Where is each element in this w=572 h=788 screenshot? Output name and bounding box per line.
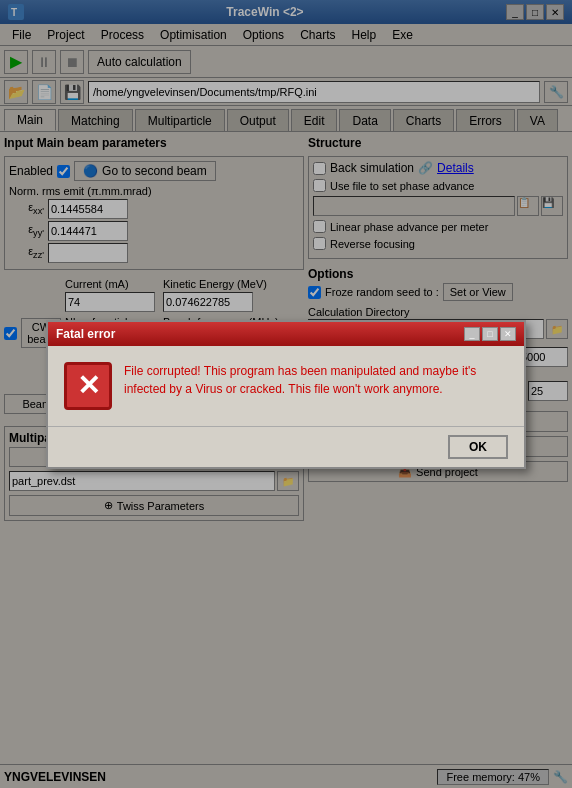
modal-footer: OK [48,426,524,467]
modal-maximize[interactable]: □ [482,327,498,341]
ok-button[interactable]: OK [448,435,508,459]
error-icon: ✕ [64,362,112,410]
modal-title: Fatal error [56,327,115,341]
modal-overlay: Fatal error _ □ ✕ ✕ File corrupted! This… [0,0,572,788]
modal-message: File corrupted! This program has been ma… [124,362,508,398]
modal-close[interactable]: ✕ [500,327,516,341]
modal-minimize[interactable]: _ [464,327,480,341]
fatal-error-dialog: Fatal error _ □ ✕ ✕ File corrupted! This… [46,320,526,469]
modal-message-text: File corrupted! This program has been ma… [124,364,476,396]
modal-title-bar: Fatal error _ □ ✕ [48,322,524,346]
modal-body: ✕ File corrupted! This program has been … [48,346,524,426]
modal-controls: _ □ ✕ [464,327,516,341]
